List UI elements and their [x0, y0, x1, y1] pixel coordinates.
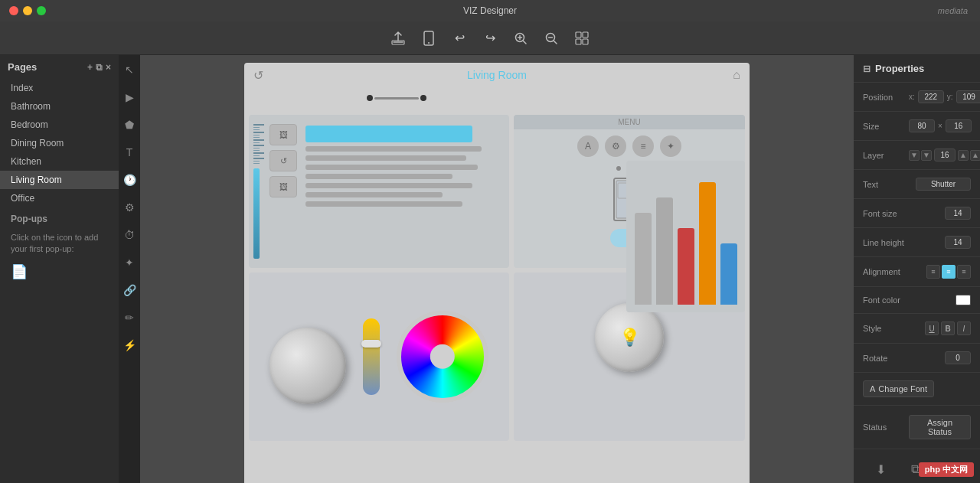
position-y-input[interactable]: [956, 90, 980, 103]
maximize-button[interactable]: [37, 6, 46, 15]
grid-icon[interactable]: [573, 30, 590, 47]
position-label: Position: [863, 93, 909, 102]
link-icon[interactable]: 🔗: [121, 282, 138, 299]
size-width-input[interactable]: [909, 119, 935, 132]
align-right-btn[interactable]: ≡: [957, 265, 971, 279]
assign-status-button[interactable]: Assign Status: [909, 415, 971, 439]
zoom-in-icon[interactable]: [512, 30, 529, 47]
shape-icon[interactable]: ⬟: [121, 116, 138, 133]
size-row: Size ×: [863, 116, 971, 135]
cursor-icon[interactable]: ↖: [121, 61, 138, 78]
layer-section: Layer ▼ ▼ ▲ ▲: [854, 141, 980, 170]
brightness-bar[interactable]: [363, 318, 380, 395]
page-back-icon[interactable]: ↺: [253, 68, 263, 83]
position-x-input[interactable]: [918, 90, 944, 103]
lineheight-label: Line height: [863, 238, 909, 247]
lineheight-input[interactable]: [945, 236, 971, 249]
knob-section: [270, 309, 346, 404]
align-left-btn[interactable]: ≡: [926, 265, 940, 279]
hbar-5: [305, 183, 472, 188]
layer-value-input[interactable]: [934, 148, 956, 162]
play-icon[interactable]: ▶: [121, 89, 138, 106]
bar-gray1: [635, 213, 652, 305]
rotate-input[interactable]: [945, 351, 971, 364]
sidebar-item-office[interactable]: Office: [0, 189, 119, 207]
widget-btn-2[interactable]: ↺: [270, 150, 297, 171]
size-inputs: ×: [909, 119, 972, 132]
mobile-icon[interactable]: [420, 30, 437, 47]
zoom-out-icon[interactable]: [543, 30, 560, 47]
canvas-area: ↺ Living Room ⌂: [140, 55, 854, 483]
widget-header-bar: MENU: [514, 115, 745, 129]
icon-row: A ⚙ ≡ ✦: [514, 129, 745, 163]
sidebar-item-index[interactable]: Index: [0, 79, 119, 97]
icon-btn-d[interactable]: ✦: [660, 135, 681, 157]
settings-icon[interactable]: ⚙: [121, 199, 138, 216]
bold-btn[interactable]: B: [941, 321, 955, 335]
italic-btn[interactable]: I: [957, 321, 971, 335]
align-center-btn[interactable]: ≡: [942, 265, 956, 279]
color-wheel[interactable]: [397, 311, 488, 403]
add-popup-icon[interactable]: 📄: [0, 260, 119, 283]
layer-up-arrow2[interactable]: ▲: [970, 150, 980, 161]
php-badge: php 中文网: [919, 462, 974, 477]
popups-label: Pop-ups: [0, 207, 119, 227]
icon-btn-b[interactable]: ⚙: [605, 135, 626, 157]
page-title: Living Room: [467, 69, 527, 81]
close-button[interactable]: [9, 6, 18, 15]
sidebar-item-bedroom[interactable]: Bedroom: [0, 116, 119, 134]
sidebar-item-kitchen[interactable]: Kitchen: [0, 152, 119, 171]
change-font-button[interactable]: A Change Font: [863, 380, 934, 397]
properties-panel: ⊟ Properties Position x: y: Size ×: [854, 55, 980, 483]
pages-header: Pages + ⧉ ×: [0, 55, 119, 79]
sidebar-item-dining-room[interactable]: Dining Room: [0, 134, 119, 152]
bar-gray2: [656, 197, 673, 305]
text-value-input[interactable]: [916, 178, 971, 191]
bar-orange: [699, 182, 716, 305]
properties-icon: ⊟: [863, 64, 871, 74]
star-icon[interactable]: ✦: [121, 254, 138, 271]
sidebar-item-bathroom[interactable]: Bathroom: [0, 97, 119, 116]
icon-btn-a[interactable]: A: [577, 135, 599, 157]
pen-icon[interactable]: ✏: [121, 309, 138, 326]
icon-btn-c[interactable]: ≡: [632, 135, 654, 157]
bolt-icon[interactable]: ⚡: [121, 337, 138, 354]
size-height-input[interactable]: [946, 119, 972, 132]
rotate-section: Rotate: [854, 344, 980, 373]
text-label: Text: [863, 180, 909, 189]
widget-btn-3[interactable]: 🖼: [270, 176, 297, 197]
sidebar-item-living-room[interactable]: Living Room: [0, 171, 119, 189]
position-xy: x: y:: [909, 90, 980, 103]
widget-btn-1[interactable]: 🖼: [270, 124, 297, 145]
page-home-icon[interactable]: ⌂: [733, 68, 740, 82]
popups-help-text: Click on the icon to add your first pop-…: [0, 227, 119, 260]
pages-list: Index Bathroom Bedroom Dining Room Kitch…: [0, 79, 119, 207]
text-icon[interactable]: T: [121, 144, 138, 161]
svg-rect-6: [583, 32, 588, 38]
hbar-2: [305, 155, 466, 161]
duplicate-page-icon[interactable]: ⧉: [96, 62, 103, 73]
hbar-6: [305, 192, 443, 197]
redo-icon[interactable]: ↪: [482, 30, 498, 47]
widget-main-sliders: 🖼 ↺ 🖼: [249, 115, 509, 268]
layer-down-arrow2[interactable]: ▼: [921, 150, 932, 161]
fontcolor-swatch[interactable]: [956, 295, 971, 305]
delete-page-icon[interactable]: ×: [106, 62, 111, 73]
add-page-icon[interactable]: +: [87, 62, 93, 73]
shutter-slider[interactable]: [367, 95, 426, 101]
time2-icon[interactable]: ⏱: [121, 227, 138, 243]
clock-icon[interactable]: 🕐: [121, 171, 138, 188]
main-knob[interactable]: [270, 328, 346, 404]
left-icon-bar: ↖ ▶ ⬟ T 🕐 ⚙ ⏱ ✦ 🔗 ✏ ⚡: [119, 55, 140, 483]
layer-up-arrow[interactable]: ▲: [958, 150, 969, 161]
download-icon[interactable]: ⬇: [876, 462, 886, 477]
bar-red: [678, 228, 694, 305]
minimize-button[interactable]: [23, 6, 32, 15]
upload-icon[interactable]: [390, 30, 407, 47]
underline-btn[interactable]: U: [925, 321, 939, 335]
bulb-knob[interactable]: 💡: [595, 303, 664, 372]
undo-icon[interactable]: ↩: [451, 30, 468, 47]
status-section: Status Assign Status: [854, 406, 980, 449]
fontsize-input[interactable]: [945, 207, 971, 220]
layer-down-arrow[interactable]: ▼: [909, 150, 920, 161]
